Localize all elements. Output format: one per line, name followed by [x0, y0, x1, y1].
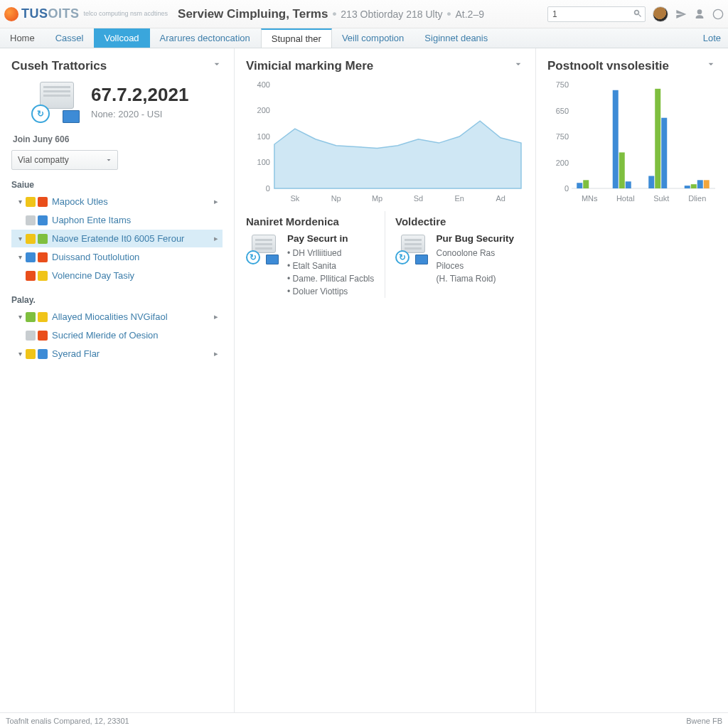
logo-subtitle: telco computing nsm acdtines	[84, 11, 168, 18]
company-select-value: Vial compatty	[18, 155, 69, 165]
tree-item-label: Volencine Day Tasiy	[52, 270, 134, 281]
caret-icon: ▾	[16, 235, 24, 242]
tree-item[interactable]: ▾Uaphon Ente Itams	[11, 211, 223, 230]
media-line: • Doluer Viottips	[287, 285, 374, 298]
nav-tab-stupnal[interactable]: Stupnal ther	[261, 28, 332, 48]
center-panel: Vimicial marking Mere 4002001001000SkNpM…	[235, 48, 536, 712]
app-logo: TUSOITS	[4, 6, 80, 21]
left-hero-number: 67.7.2,2021	[91, 84, 188, 106]
media-line: Conoolone Ras Piloces	[437, 247, 524, 272]
breadcrumb-main: Serview Cimpluing, Terms	[178, 7, 328, 21]
collapse-icon[interactable]	[211, 58, 223, 73]
chevron-right-icon: ▸	[214, 349, 223, 358]
tree-item[interactable]: ▾Mapock Utles▸	[11, 193, 223, 211]
media-line: (H. Tiama Roid)	[437, 272, 524, 285]
tree-item-icon	[26, 252, 48, 262]
tree-item-icon	[26, 331, 48, 341]
media-line: • Dame. Pllitical Facbls	[287, 272, 374, 285]
svg-text:Sd: Sd	[414, 194, 423, 203]
status-bar: Toafnlt enalis Compared, 12, 23301 Bwene…	[0, 712, 728, 728]
media-heading: Pur Bug Security	[437, 233, 524, 244]
caret-icon: ▾	[16, 313, 24, 321]
svg-rect-29	[685, 186, 690, 188]
collapse-icon[interactable]	[513, 58, 524, 73]
send-icon[interactable]	[675, 9, 687, 20]
logo-orb-icon	[4, 7, 18, 21]
media-line: • DH Vrlliitiued	[287, 247, 374, 259]
more-icon[interactable]	[712, 9, 724, 20]
left-hero-sub: None: 2020 - USI	[91, 109, 188, 119]
media-line: • Etalt Sanita	[287, 259, 374, 272]
tree-item-label: Uaphon Ente Itams	[52, 215, 131, 225]
company-select[interactable]: Vial compatty	[11, 150, 118, 170]
nav-tab-vollcoad[interactable]: Vollcoad	[94, 28, 149, 48]
svg-text:Ad: Ad	[496, 194, 505, 203]
collapse-icon[interactable]	[705, 58, 717, 73]
svg-text:Sukt: Sukt	[653, 194, 669, 203]
tree-group-label: Saiue	[11, 180, 223, 190]
area-chart: 4002001001000SkNpMpSdEnAd	[246, 80, 524, 205]
nav-right-link[interactable]: Lote	[696, 28, 728, 48]
svg-rect-23	[626, 181, 631, 188]
user-icon[interactable]	[694, 9, 705, 20]
nav-tab-veill[interactable]: Veill compotion	[332, 28, 414, 48]
svg-text:En: En	[455, 194, 464, 203]
svg-text:650: 650	[556, 107, 569, 115]
status-right: Bwene FB	[686, 717, 722, 725]
svg-rect-19	[583, 180, 589, 188]
tree-item[interactable]: ▾Volencine Day Tasiy	[11, 267, 223, 285]
svg-text:750: 750	[556, 132, 569, 141]
media-heading: Pay Securt in	[287, 233, 374, 244]
breadcrumb: Serview Cimpluing, Terms • 213 Obtiorday…	[178, 7, 484, 21]
nav-tab-home[interactable]: Home	[0, 28, 46, 48]
tree-item[interactable]: ▾Allayed Miocalities NVGifaol▸	[11, 308, 223, 326]
tree-item-icon	[26, 349, 48, 359]
search-input[interactable]	[547, 6, 646, 22]
svg-text:Mp: Mp	[372, 194, 382, 203]
nav-tab-siginnet[interactable]: Siginnet deanis	[414, 28, 498, 48]
tree-item-label: Allayed Miocalities NVGifaol	[52, 311, 168, 322]
chevron-down-icon	[105, 156, 113, 164]
tree-item[interactable]: ▾Sucried Mleride of Oesion	[11, 326, 223, 345]
svg-rect-27	[661, 118, 667, 188]
logo-text-1: TUS	[21, 6, 48, 21]
svg-rect-21	[613, 90, 619, 188]
svg-text:MNs: MNs	[582, 194, 598, 203]
logo-text-2: OITS	[48, 6, 80, 21]
right-panel-title: Postnoolt vnsolesitie	[547, 59, 669, 73]
server-icon	[246, 233, 280, 264]
tree-item-label: Duissand Toutlolution	[52, 252, 139, 262]
svg-text:200: 200	[257, 106, 270, 114]
svg-rect-26	[655, 89, 660, 188]
nav-tab-cassel[interactable]: Cassel	[46, 28, 95, 48]
tree-item[interactable]: ▾Naove Eratende It0 6005 Ferour▸	[11, 230, 223, 248]
tree-item[interactable]: ▾Duissand Toutlolution	[11, 248, 223, 267]
tree-group: ▾Mapock Utles▸▾Uaphon Ente Itams▾Naove E…	[11, 193, 223, 285]
tree-group: ▾Allayed Miocalities NVGifaol▸▾Sucried M…	[11, 308, 223, 363]
svg-rect-22	[619, 152, 625, 188]
svg-rect-31	[697, 180, 703, 188]
server-icon	[395, 233, 429, 264]
search-icon	[633, 9, 643, 18]
svg-text:400: 400	[257, 80, 270, 89]
caret-icon: ▾	[16, 350, 24, 358]
svg-text:100: 100	[257, 132, 270, 141]
tree-group-label: Palay.	[11, 295, 223, 305]
svg-rect-32	[704, 180, 710, 188]
svg-text:0: 0	[564, 184, 569, 193]
svg-text:750: 750	[556, 80, 569, 89]
search-box[interactable]	[547, 6, 646, 22]
tree-item-icon	[26, 234, 48, 244]
tree-item[interactable]: ▾Syerad Flar▸	[11, 345, 223, 363]
center-panel-title: Vimicial marking Mere	[246, 59, 373, 73]
chevron-right-icon: ▸	[214, 197, 223, 206]
server-icon	[31, 80, 81, 123]
nav-tab-ararures[interactable]: Ararures dectoncation	[150, 28, 261, 48]
bar-chart: 7506507502000MNsHotalSuktDlien	[547, 80, 717, 205]
svg-text:Dlien: Dlien	[688, 194, 706, 203]
sub-panel-voldectire: Voldectire Pur Bug Security Conoolone Ra…	[395, 211, 524, 298]
user-avatar[interactable]	[653, 6, 668, 22]
tree-item-label: Sucried Mleride of Oesion	[52, 330, 159, 341]
sub-panel-title: Naniret Mordenica	[246, 215, 375, 228]
tree-item-label: Naove Eratende It0 6005 Ferour	[52, 233, 184, 244]
